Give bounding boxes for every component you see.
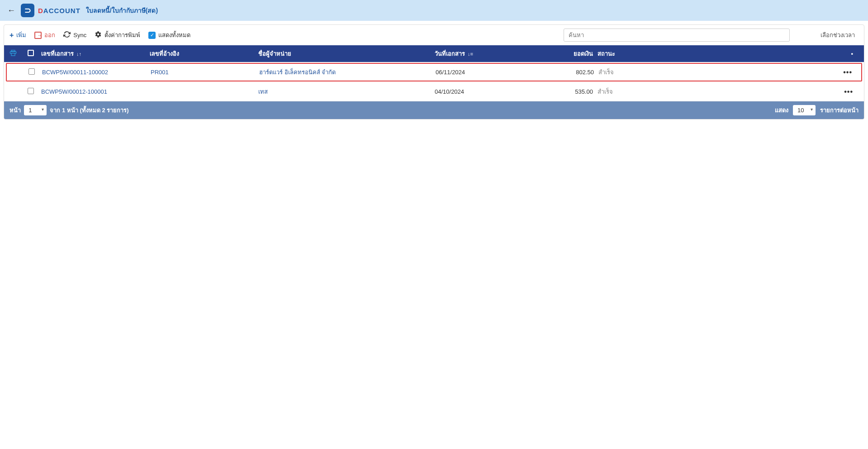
- print-settings-label: ตั้งค่าการพิมพ์: [104, 30, 140, 40]
- print-settings-button[interactable]: ตั้งค่าการพิมพ์: [95, 30, 140, 40]
- table-row[interactable]: BCWP5W/00011-100002 PR001 ฮาร์ดแวร์ อิเล…: [6, 63, 862, 81]
- row-docno[interactable]: BCWP5W/00011-100002: [42, 69, 151, 76]
- brand-rest: ACCOUNT: [43, 7, 81, 14]
- page-label: หน้า: [9, 105, 21, 115]
- table-footer: หน้า 1 จาก 1 หน้า (ทั้งหมด 2 รายการ) แสด…: [4, 101, 864, 119]
- exit-icon: [34, 32, 42, 39]
- header-status[interactable]: สถานะ: [593, 49, 620, 58]
- logo-text: DACCOUNT: [38, 7, 81, 14]
- row-ref[interactable]: PR001: [151, 69, 259, 76]
- row-date: 06/11/2024: [436, 69, 553, 76]
- table-row[interactable]: BCWP5W/00012-100001 เทส 04/10/2024 535.0…: [4, 82, 864, 101]
- header-docno[interactable]: เลขที่เอกสาร ↓↑: [41, 49, 150, 58]
- app-header: ← ⊃ DACCOUNT ใบลดหนี้/ใบกำกับภาษี(สด): [0, 0, 868, 21]
- page-select[interactable]: 1: [24, 105, 47, 115]
- sync-button[interactable]: Sync: [63, 31, 86, 39]
- row-docno[interactable]: BCWP5W/00012-100001: [41, 88, 150, 95]
- sync-icon: [63, 31, 71, 39]
- header-date[interactable]: วันที่เอกสาร ↓≡: [435, 49, 552, 58]
- row-checkbox[interactable]: [28, 68, 42, 76]
- more-dots-icon: •••: [843, 68, 852, 76]
- row-vendor[interactable]: ฮาร์ดแวร์ อิเล็คทรอนิคส์ จำกัด: [259, 67, 436, 77]
- row-amount: 535.00: [552, 88, 593, 95]
- exit-label: ออก: [44, 30, 55, 40]
- more-dots-icon: •••: [844, 88, 853, 96]
- add-label: เพิ่ม: [16, 30, 26, 40]
- page-summary: จาก 1 หน้า (ทั้งหมด 2 รายการ): [50, 105, 128, 115]
- daterange-button[interactable]: เลือกช่วงเวลา: [821, 30, 855, 40]
- svg-rect-1: [11, 53, 15, 55]
- row-vendor[interactable]: เทส: [258, 87, 435, 96]
- back-arrow-icon[interactable]: ←: [7, 6, 15, 15]
- search-input[interactable]: [564, 29, 790, 42]
- show-all-label: แสดงทั้งหมด: [158, 30, 190, 40]
- row-date: 04/10/2024: [435, 88, 552, 95]
- header-checkbox[interactable]: [28, 50, 41, 57]
- sort-icon: ↓↑: [76, 51, 81, 57]
- toolbar: + เพิ่ม ออก Sync ตั้งค่าการพิมพ์ ✓: [4, 25, 864, 45]
- header-amount[interactable]: ยอดเงิน: [552, 49, 593, 58]
- checkbox-checked-icon: ✓: [148, 32, 156, 39]
- brand-letter-d: D: [38, 7, 43, 14]
- row-amount: 802.50: [553, 69, 594, 76]
- brand-logo: ⊃ DACCOUNT: [21, 4, 81, 17]
- header-print[interactable]: [9, 49, 28, 58]
- show-all-checkbox[interactable]: ✓ แสดงทั้งหมด: [148, 30, 190, 40]
- header-ref[interactable]: เลขที่อ้างอิง: [150, 49, 258, 58]
- header-more: •: [620, 50, 859, 57]
- data-panel: + เพิ่ม ออก Sync ตั้งค่าการพิมพ์ ✓: [4, 24, 864, 119]
- sync-label: Sync: [73, 32, 86, 38]
- add-button[interactable]: + เพิ่ม: [9, 30, 26, 40]
- header-vendor[interactable]: ชื่อผู้จำหน่าย: [258, 49, 435, 58]
- plus-icon: +: [9, 31, 14, 39]
- row-status: สำเร็จ: [594, 67, 621, 77]
- gear-icon: [95, 31, 102, 39]
- row-more-actions[interactable]: •••: [621, 68, 858, 76]
- row-checkbox[interactable]: [28, 88, 41, 96]
- sort-desc-icon: ↓≡: [468, 51, 473, 57]
- row-more-actions[interactable]: •••: [620, 88, 859, 96]
- show-label: แสดง: [775, 105, 788, 115]
- perpage-label: รายการต่อหน้า: [820, 105, 859, 115]
- exit-button[interactable]: ออก: [34, 30, 55, 40]
- row-status: สำเร็จ: [593, 87, 620, 96]
- page-title: ใบลดหนี้/ใบกำกับภาษี(สด): [86, 5, 158, 15]
- printer-icon: [9, 50, 17, 58]
- logo-icon: ⊃: [21, 4, 34, 17]
- table-header: เลขที่เอกสาร ↓↑ เลขที่อ้างอิง ชื่อผู้จำห…: [4, 45, 864, 62]
- perpage-select[interactable]: 10: [793, 105, 816, 115]
